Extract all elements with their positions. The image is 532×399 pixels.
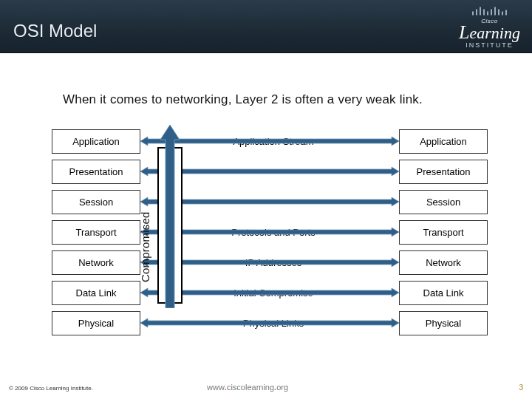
page-title: OSI Model xyxy=(13,21,97,41)
mid-label: IP Addresses xyxy=(188,250,358,275)
layer-box: Transport xyxy=(52,220,140,245)
mid-label: Physical Links xyxy=(188,311,358,335)
layer-box: Data Link xyxy=(399,281,488,305)
middle-labels: Application Stream Protocols and Ports I… xyxy=(188,129,358,341)
copyright-text: © 2009 Cisco Learning Institute. xyxy=(9,385,93,392)
layer-box: Transport xyxy=(399,220,488,245)
cisco-bars-icon xyxy=(470,4,510,16)
mid-label: Initial Compromise xyxy=(188,281,358,305)
svg-marker-11 xyxy=(160,125,180,308)
footer: © 2009 Cisco Learning Institute. www.cis… xyxy=(0,381,532,399)
compromised-label: Compromised xyxy=(139,211,151,282)
left-stack: Application Presentation Session Transpo… xyxy=(52,129,140,341)
layer-box: Physical xyxy=(399,311,488,335)
layer-box: Physical xyxy=(52,311,140,335)
layer-box: Network xyxy=(52,250,140,275)
footer-url: www.ciscolearning.org xyxy=(207,383,288,392)
compromised-arrow-icon xyxy=(160,125,180,308)
right-stack: Application Presentation Session Transpo… xyxy=(399,129,488,341)
url-part: www xyxy=(207,383,225,392)
mid-label: Protocols and Ports xyxy=(188,220,358,245)
page-number: 3 xyxy=(519,383,523,392)
brand-sub-text: INSTITUTE xyxy=(459,41,520,49)
mid-label xyxy=(188,190,358,214)
mid-label xyxy=(188,160,358,184)
brand-logo: Cisco LLearningearning INSTITUTE xyxy=(459,4,520,49)
layer-box: Data Link xyxy=(52,281,140,305)
layer-box: Application xyxy=(52,129,140,154)
url-part: org xyxy=(276,383,288,392)
layer-box: Session xyxy=(399,190,488,214)
osi-diagram: Application Presentation Session Transpo… xyxy=(52,129,488,358)
url-part: ciscolearning xyxy=(227,383,274,392)
header-bar: OSI Model Cisco LLearningearning INSTITU… xyxy=(0,0,532,53)
brand-text: LLearningearning xyxy=(459,24,520,41)
layer-box: Presentation xyxy=(52,160,140,184)
layer-box: Session xyxy=(52,190,140,214)
mid-label: Application Stream xyxy=(188,129,358,154)
slide: OSI Model Cisco LLearningearning INSTITU… xyxy=(0,0,532,399)
subtitle-text: When it comes to networking, Layer 2 is … xyxy=(63,92,423,107)
layer-box: Presentation xyxy=(399,160,488,184)
layer-box: Network xyxy=(399,250,488,275)
layer-box: Application xyxy=(399,129,488,154)
